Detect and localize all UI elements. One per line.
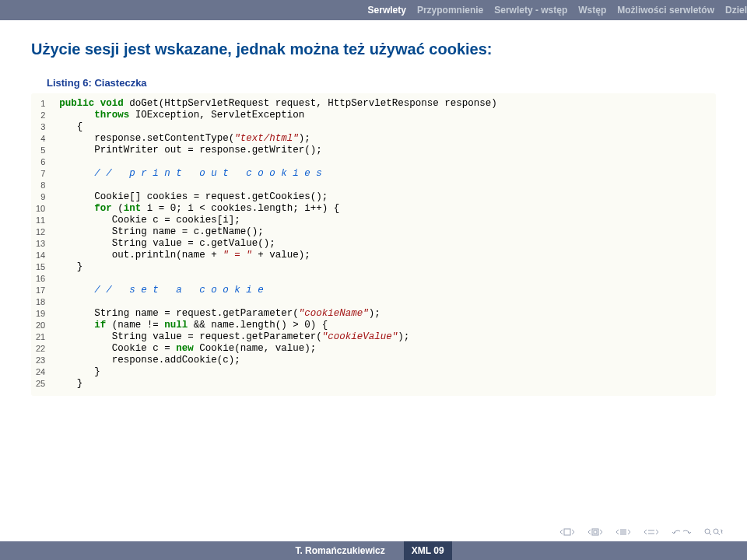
nav-prev-section-icon[interactable]	[587, 527, 604, 537]
svg-line-12	[717, 533, 720, 535]
code-line: }	[59, 378, 497, 390]
svg-line-10	[709, 533, 711, 535]
code-line	[59, 296, 497, 308]
code-line: throws IOException, ServletException	[59, 110, 497, 121]
code-line: response.addCookie(c);	[59, 355, 497, 366]
code-line: String name = request.getParameter("cook…	[59, 308, 497, 320]
line-number: 20	[36, 320, 59, 331]
nav-item-0[interactable]: Przypomnienie	[417, 5, 483, 16]
slide-title: Użycie sesji jest wskazane, jednak można…	[31, 40, 716, 58]
line-number: 9	[36, 191, 59, 203]
code-listing: 1public void doGet(HttpServletRequest re…	[31, 93, 716, 396]
line-number: 15	[36, 261, 59, 273]
line-number: 12	[36, 226, 59, 238]
code-line	[59, 180, 497, 191]
line-number: 7	[36, 168, 59, 180]
line-number: 24	[36, 366, 59, 378]
code-line: / / p r i n t o u t c o o k i e s	[59, 168, 497, 180]
code-line: out.println(name + " = " + value);	[59, 250, 497, 261]
nav-prev-slide-icon[interactable]	[559, 527, 576, 537]
code-line: String value = request.getParameter("coo…	[59, 331, 497, 343]
code-line: String name = c.getName();	[59, 226, 497, 238]
line-number: 22	[36, 343, 59, 355]
nav-item-1[interactable]: Serwlety - wstęp	[494, 5, 567, 16]
svg-rect-0	[564, 529, 570, 535]
code-line: String value = c.getValue();	[59, 238, 497, 250]
footer-badge: XML 09	[404, 541, 452, 560]
code-line: Cookie c = new Cookie(name, value);	[59, 343, 497, 355]
nav-back-forward-icon[interactable]	[671, 527, 693, 537]
line-number: 16	[36, 273, 59, 285]
code-table: 1public void doGet(HttpServletRequest re…	[36, 98, 497, 390]
slide-content: Użycie sesji jest wskazane, jednak można…	[0, 20, 747, 396]
code-line: response.setContentType("text/html");	[59, 133, 497, 145]
listing-caption: Listing 6: Ciasteczka	[47, 77, 716, 89]
nav-prev-frame-icon[interactable]	[643, 527, 660, 537]
beamer-nav-icons	[559, 527, 725, 537]
line-number: 14	[36, 250, 59, 261]
code-line: if (name != null && name.length() > 0) {	[59, 320, 497, 331]
code-line	[59, 273, 497, 285]
svg-rect-2	[594, 530, 597, 534]
line-number: 5	[36, 145, 59, 156]
line-number: 21	[36, 331, 59, 343]
line-number: 11	[36, 215, 59, 226]
nav-item-3[interactable]: Możliwości serwletów	[617, 5, 714, 16]
line-number: 8	[36, 180, 59, 191]
svg-rect-1	[592, 529, 598, 535]
nav-prev-subsection-icon[interactable]	[615, 527, 632, 537]
line-number: 4	[36, 133, 59, 145]
nav-item-2[interactable]: Wstęp	[578, 5, 606, 16]
line-number: 1	[36, 98, 59, 110]
nav-search-zoom-icon[interactable]	[703, 527, 725, 537]
line-number: 10	[36, 203, 59, 215]
nav-current[interactable]: Serwlety	[368, 5, 406, 16]
line-number: 18	[36, 296, 59, 308]
footer: T. Romańczukiewicz XML 09	[0, 541, 747, 560]
line-number: 3	[36, 121, 59, 133]
header-nav: Serwlety Przypomnienie Serwlety - wstęp …	[0, 0, 747, 20]
code-line: PrintWriter out = response.getWriter();	[59, 145, 497, 156]
code-line: public void doGet(HttpServletRequest req…	[59, 98, 497, 110]
line-number: 2	[36, 110, 59, 121]
code-line: Cookie c = cookies[i];	[59, 215, 497, 226]
line-number: 13	[36, 238, 59, 250]
code-line: Cookie[] cookies = request.getCookies();	[59, 191, 497, 203]
line-number: 17	[36, 285, 59, 296]
line-number: 23	[36, 355, 59, 366]
line-number: 6	[36, 156, 59, 168]
code-line	[59, 156, 497, 168]
code-line: }	[59, 261, 497, 273]
code-line: / / s e t a c o o k i e	[59, 285, 497, 296]
code-line: }	[59, 366, 497, 378]
line-number: 25	[36, 378, 59, 390]
code-line: {	[59, 121, 497, 133]
code-line: for (int i = 0; i < cookies.length; i++)…	[59, 203, 497, 215]
footer-author: T. Romańczukiewicz	[295, 545, 384, 556]
line-number: 19	[36, 308, 59, 320]
nav-item-4[interactable]: Dziel	[725, 5, 747, 16]
